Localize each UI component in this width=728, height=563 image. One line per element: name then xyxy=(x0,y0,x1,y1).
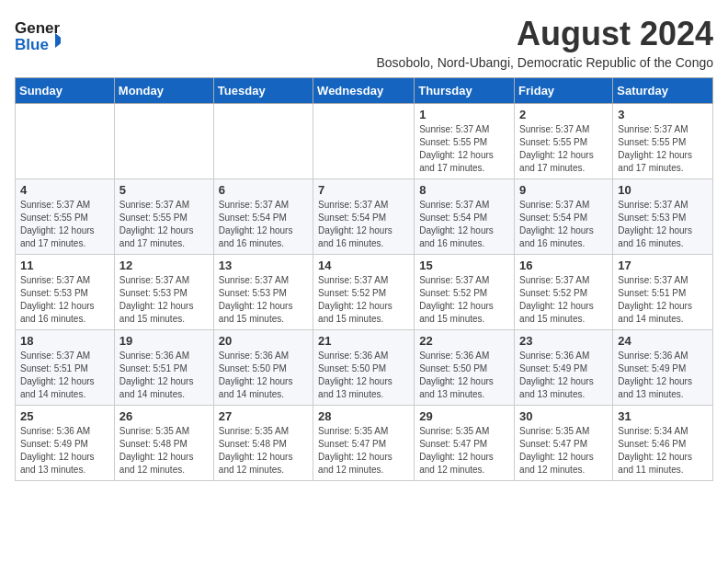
day-number: 4 xyxy=(20,183,109,197)
calendar-week-row: 18Sunrise: 5:37 AM Sunset: 5:51 PM Dayli… xyxy=(16,330,713,406)
day-number: 1 xyxy=(419,108,509,121)
table-row: 22Sunrise: 5:36 AM Sunset: 5:50 PM Dayli… xyxy=(415,330,515,406)
day-number: 13 xyxy=(219,259,308,272)
table-row: 31Sunrise: 5:34 AM Sunset: 5:46 PM Dayli… xyxy=(613,406,713,481)
table-row: 2Sunrise: 5:37 AM Sunset: 5:55 PM Daylig… xyxy=(515,104,613,179)
day-number: 7 xyxy=(318,183,409,197)
day-info: Sunrise: 5:37 AM Sunset: 5:53 PM Dayligh… xyxy=(618,199,708,250)
day-info: Sunrise: 5:35 AM Sunset: 5:47 PM Dayligh… xyxy=(419,425,509,477)
day-info: Sunrise: 5:36 AM Sunset: 5:49 PM Dayligh… xyxy=(20,425,109,477)
day-number: 28 xyxy=(318,409,409,423)
month-title: August 2024 xyxy=(376,15,713,53)
day-info: Sunrise: 5:36 AM Sunset: 5:50 PM Dayligh… xyxy=(219,350,308,401)
table-row: 1Sunrise: 5:37 AM Sunset: 5:55 PM Daylig… xyxy=(415,104,515,179)
calendar-week-row: 25Sunrise: 5:36 AM Sunset: 5:49 PM Dayli… xyxy=(16,406,713,481)
day-number: 26 xyxy=(119,409,209,423)
table-row: 9Sunrise: 5:37 AM Sunset: 5:54 PM Daylig… xyxy=(515,179,613,255)
day-number: 31 xyxy=(618,409,708,423)
table-row: 12Sunrise: 5:37 AM Sunset: 5:53 PM Dayli… xyxy=(114,255,213,330)
day-number: 2 xyxy=(519,108,608,121)
day-info: Sunrise: 5:37 AM Sunset: 5:54 PM Dayligh… xyxy=(419,199,509,250)
table-row xyxy=(16,104,115,179)
day-number: 3 xyxy=(618,108,708,121)
day-info: Sunrise: 5:35 AM Sunset: 5:48 PM Dayligh… xyxy=(119,425,209,477)
day-info: Sunrise: 5:35 AM Sunset: 5:47 PM Dayligh… xyxy=(318,425,409,477)
day-info: Sunrise: 5:37 AM Sunset: 5:55 PM Dayligh… xyxy=(519,123,608,175)
svg-text:Blue: Blue xyxy=(15,36,49,53)
day-number: 23 xyxy=(519,334,608,348)
svg-text:General: General xyxy=(15,19,61,37)
day-info: Sunrise: 5:36 AM Sunset: 5:49 PM Dayligh… xyxy=(519,350,608,401)
logo: General Blue xyxy=(15,15,61,55)
table-row: 11Sunrise: 5:37 AM Sunset: 5:53 PM Dayli… xyxy=(16,255,115,330)
col-tuesday: Tuesday xyxy=(213,78,313,104)
table-row: 18Sunrise: 5:37 AM Sunset: 5:51 PM Dayli… xyxy=(16,330,115,406)
table-row: 25Sunrise: 5:36 AM Sunset: 5:49 PM Dayli… xyxy=(16,406,115,481)
calendar-week-row: 4Sunrise: 5:37 AM Sunset: 5:55 PM Daylig… xyxy=(16,179,713,255)
col-thursday: Thursday xyxy=(415,78,515,104)
page-header: General Blue August 2024 Bosobolo, Nord-… xyxy=(15,15,713,70)
col-monday: Monday xyxy=(114,78,213,104)
table-row xyxy=(213,104,313,179)
day-info: Sunrise: 5:34 AM Sunset: 5:46 PM Dayligh… xyxy=(618,425,708,477)
day-number: 22 xyxy=(419,334,509,348)
day-number: 5 xyxy=(119,183,209,197)
day-number: 16 xyxy=(519,259,608,272)
day-number: 12 xyxy=(119,259,209,272)
day-info: Sunrise: 5:37 AM Sunset: 5:55 PM Dayligh… xyxy=(419,123,509,175)
day-info: Sunrise: 5:37 AM Sunset: 5:53 PM Dayligh… xyxy=(119,274,209,326)
table-row: 10Sunrise: 5:37 AM Sunset: 5:53 PM Dayli… xyxy=(613,179,713,255)
table-row: 5Sunrise: 5:37 AM Sunset: 5:55 PM Daylig… xyxy=(114,179,213,255)
table-row: 23Sunrise: 5:36 AM Sunset: 5:49 PM Dayli… xyxy=(515,330,613,406)
table-row: 19Sunrise: 5:36 AM Sunset: 5:51 PM Dayli… xyxy=(114,330,213,406)
table-row xyxy=(313,104,415,179)
table-row: 4Sunrise: 5:37 AM Sunset: 5:55 PM Daylig… xyxy=(16,179,115,255)
day-info: Sunrise: 5:36 AM Sunset: 5:50 PM Dayligh… xyxy=(318,350,409,401)
day-number: 11 xyxy=(20,259,109,272)
table-row: 20Sunrise: 5:36 AM Sunset: 5:50 PM Dayli… xyxy=(213,330,313,406)
day-number: 19 xyxy=(119,334,209,348)
day-info: Sunrise: 5:37 AM Sunset: 5:51 PM Dayligh… xyxy=(20,350,109,401)
table-row: 17Sunrise: 5:37 AM Sunset: 5:51 PM Dayli… xyxy=(613,255,713,330)
col-sunday: Sunday xyxy=(16,78,115,104)
calendar-table: Sunday Monday Tuesday Wednesday Thursday… xyxy=(15,77,713,481)
day-info: Sunrise: 5:36 AM Sunset: 5:49 PM Dayligh… xyxy=(618,350,708,401)
table-row: 7Sunrise: 5:37 AM Sunset: 5:54 PM Daylig… xyxy=(313,179,415,255)
day-info: Sunrise: 5:37 AM Sunset: 5:54 PM Dayligh… xyxy=(219,199,308,250)
day-number: 18 xyxy=(20,334,109,348)
table-row: 28Sunrise: 5:35 AM Sunset: 5:47 PM Dayli… xyxy=(313,406,415,481)
table-row: 15Sunrise: 5:37 AM Sunset: 5:52 PM Dayli… xyxy=(415,255,515,330)
table-row: 16Sunrise: 5:37 AM Sunset: 5:52 PM Dayli… xyxy=(515,255,613,330)
day-info: Sunrise: 5:37 AM Sunset: 5:52 PM Dayligh… xyxy=(519,274,608,326)
table-row: 3Sunrise: 5:37 AM Sunset: 5:55 PM Daylig… xyxy=(613,104,713,179)
day-number: 29 xyxy=(419,409,509,423)
table-row: 13Sunrise: 5:37 AM Sunset: 5:53 PM Dayli… xyxy=(213,255,313,330)
table-row: 26Sunrise: 5:35 AM Sunset: 5:48 PM Dayli… xyxy=(114,406,213,481)
col-friday: Friday xyxy=(515,78,613,104)
day-number: 27 xyxy=(219,409,308,423)
day-info: Sunrise: 5:36 AM Sunset: 5:50 PM Dayligh… xyxy=(419,350,509,401)
table-row: 24Sunrise: 5:36 AM Sunset: 5:49 PM Dayli… xyxy=(613,330,713,406)
day-number: 24 xyxy=(618,334,708,348)
table-row: 8Sunrise: 5:37 AM Sunset: 5:54 PM Daylig… xyxy=(415,179,515,255)
day-number: 14 xyxy=(318,259,409,272)
day-number: 15 xyxy=(419,259,509,272)
day-info: Sunrise: 5:37 AM Sunset: 5:54 PM Dayligh… xyxy=(318,199,409,250)
col-wednesday: Wednesday xyxy=(313,78,415,104)
day-number: 25 xyxy=(20,409,109,423)
day-info: Sunrise: 5:37 AM Sunset: 5:54 PM Dayligh… xyxy=(519,199,608,250)
day-number: 8 xyxy=(419,183,509,197)
col-saturday: Saturday xyxy=(613,78,713,104)
day-info: Sunrise: 5:37 AM Sunset: 5:52 PM Dayligh… xyxy=(318,274,409,326)
calendar-header-row: Sunday Monday Tuesday Wednesday Thursday… xyxy=(16,78,713,104)
day-info: Sunrise: 5:37 AM Sunset: 5:51 PM Dayligh… xyxy=(618,274,708,326)
day-number: 17 xyxy=(618,259,708,272)
day-info: Sunrise: 5:37 AM Sunset: 5:52 PM Dayligh… xyxy=(419,274,509,326)
day-info: Sunrise: 5:37 AM Sunset: 5:55 PM Dayligh… xyxy=(119,199,209,250)
day-info: Sunrise: 5:35 AM Sunset: 5:47 PM Dayligh… xyxy=(519,425,608,477)
day-info: Sunrise: 5:36 AM Sunset: 5:51 PM Dayligh… xyxy=(119,350,209,401)
day-number: 30 xyxy=(519,409,608,423)
table-row xyxy=(114,104,213,179)
table-row: 29Sunrise: 5:35 AM Sunset: 5:47 PM Dayli… xyxy=(415,406,515,481)
title-block: August 2024 Bosobolo, Nord-Ubangi, Democ… xyxy=(376,15,713,70)
